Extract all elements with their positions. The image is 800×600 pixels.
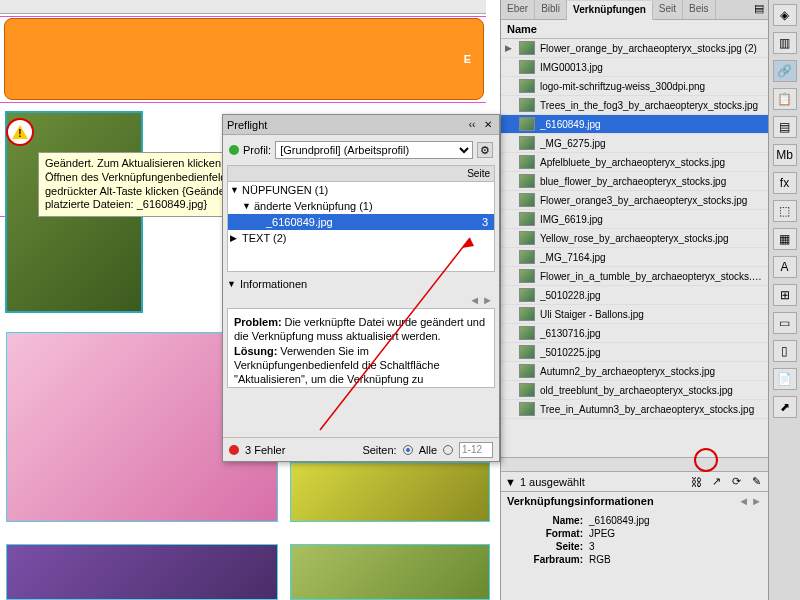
profile-gear-icon[interactable]: ⚙ bbox=[477, 142, 493, 158]
link-name: Flower_orange_by_archaeopteryx_stocks.jp… bbox=[540, 43, 764, 54]
info-key: Seite: bbox=[507, 541, 589, 552]
link-row[interactable]: IMG_6619.jpg bbox=[501, 210, 768, 229]
link-row[interactable]: Flower_orange3_by_archaeopteryx_stocks.j… bbox=[501, 191, 768, 210]
link-name: old_treeblunt_by_archaeopteryx_stocks.jp… bbox=[540, 385, 764, 396]
link-row[interactable]: Tree_in_Autumn3_by_archaeopteryx_stocks.… bbox=[501, 400, 768, 419]
edit-original-icon[interactable]: ✎ bbox=[748, 475, 764, 489]
profile-select[interactable]: [Grundprofil] (Arbeitsprofil) bbox=[275, 141, 473, 159]
toolbar-button[interactable]: 📄 bbox=[773, 368, 797, 390]
minimize-icon[interactable]: ‹‹ bbox=[465, 118, 479, 132]
links-col-name[interactable]: Name bbox=[501, 20, 768, 39]
link-thumbnail bbox=[519, 269, 535, 283]
link-name: _MG_6275.jpg bbox=[540, 138, 764, 149]
toolbar-button[interactable]: Mb bbox=[773, 144, 797, 166]
ruler-horizontal bbox=[0, 0, 486, 14]
preflight-titlebar[interactable]: Preflight ‹‹ ✕ bbox=[223, 115, 499, 135]
link-row[interactable]: old_treeblunt_by_archaeopteryx_stocks.jp… bbox=[501, 381, 768, 400]
disclosure-icon[interactable]: ▶ bbox=[505, 43, 514, 53]
info-value: _6160849.jpg bbox=[589, 515, 650, 526]
links-h-scrollbar[interactable] bbox=[501, 457, 768, 471]
tab-samples[interactable]: Beis bbox=[683, 0, 715, 19]
link-row[interactable]: _5010225.jpg bbox=[501, 343, 768, 362]
prev-icon[interactable]: ◄ bbox=[469, 294, 480, 306]
pages-all-radio[interactable] bbox=[403, 445, 413, 455]
tree-node[interactable]: ▼änderte Verknüpfung (1) bbox=[228, 198, 494, 214]
link-row[interactable]: blue_flower_by_archaeopteryx_stocks.jpg bbox=[501, 172, 768, 191]
image-frame[interactable] bbox=[290, 544, 490, 600]
link-row[interactable]: logo-mit-schriftzug-weiss_300dpi.png bbox=[501, 77, 768, 96]
toolbar-button[interactable]: 🔗 bbox=[773, 60, 797, 82]
prev-link-icon[interactable]: ◄ bbox=[738, 495, 749, 507]
image-frame[interactable] bbox=[6, 544, 278, 600]
tab-links[interactable]: Verknüpfungen bbox=[567, 1, 653, 20]
link-thumbnail bbox=[519, 79, 535, 93]
panel-tabs: Eber Bibli Verknüpfungen Seit Beis ▤ bbox=[501, 0, 768, 20]
link-thumbnail bbox=[519, 155, 535, 169]
link-name: Apfelbluete_by_archaeopteryx_stocks.jpg bbox=[540, 157, 764, 168]
link-row[interactable]: Autumn2_by_archaeopteryx_stocks.jpg bbox=[501, 362, 768, 381]
link-row[interactable]: ▶Flower_orange_by_archaeopteryx_stocks.j… bbox=[501, 39, 768, 58]
tab-pages[interactable]: Seit bbox=[653, 0, 683, 19]
toolbar-button[interactable]: fx bbox=[773, 172, 797, 194]
link-row[interactable]: _MG_6275.jpg bbox=[501, 134, 768, 153]
link-row[interactable]: Trees_in_the_fog3_by_archaeopteryx_stock… bbox=[501, 96, 768, 115]
links-list[interactable]: ▶Flower_orange_by_archaeopteryx_stocks.j… bbox=[501, 39, 768, 457]
error-tree[interactable]: ▼NÜPFUNGEN (1) ▼änderte Verknüpfung (1) … bbox=[227, 182, 495, 272]
tab-layers[interactable]: Eber bbox=[501, 0, 535, 19]
info-value: 3 bbox=[589, 541, 595, 552]
link-name: IMG00013.jpg bbox=[540, 62, 764, 73]
tree-node[interactable]: ▶TEXT (2) bbox=[228, 230, 494, 246]
next-link-icon[interactable]: ► bbox=[751, 495, 762, 507]
disclosure-icon[interactable]: ▼ bbox=[505, 476, 516, 488]
disclosure-icon[interactable]: ▼ bbox=[227, 279, 236, 289]
link-row[interactable]: _MG_7164.jpg bbox=[501, 248, 768, 267]
link-thumbnail bbox=[519, 231, 535, 245]
link-row[interactable]: Apfelbluete_by_archaeopteryx_stocks.jpg bbox=[501, 153, 768, 172]
link-thumbnail bbox=[519, 41, 535, 55]
toolbar-button[interactable]: ▯ bbox=[773, 340, 797, 362]
link-row[interactable]: Flower_in_a_tumble_by_archaeopteryx_stoc… bbox=[501, 267, 768, 286]
link-row[interactable]: Yellow_rose_by_archaeopteryx_stocks.jpg bbox=[501, 229, 768, 248]
guide[interactable] bbox=[0, 102, 486, 103]
selection-count: 1 ausgewählt bbox=[520, 476, 585, 488]
link-thumbnail bbox=[519, 326, 535, 340]
link-name: Flower_in_a_tumble_by_archaeopteryx_stoc… bbox=[540, 271, 764, 282]
link-row[interactable]: Uli Staiger - Ballons.jpg bbox=[501, 305, 768, 324]
link-row[interactable]: IMG00013.jpg bbox=[501, 58, 768, 77]
pages-range-radio[interactable] bbox=[443, 445, 453, 455]
toolbar-button[interactable]: ▦ bbox=[773, 228, 797, 250]
toolbar-button[interactable]: ▤ bbox=[773, 116, 797, 138]
relink-icon[interactable]: ⛓ bbox=[688, 475, 704, 489]
close-icon[interactable]: ✕ bbox=[481, 118, 495, 132]
info-key: Farbraum: bbox=[507, 554, 589, 565]
headline-frame[interactable]: E bbox=[4, 18, 484, 100]
toolbar-button[interactable]: A bbox=[773, 256, 797, 278]
pages-range-input[interactable] bbox=[459, 442, 493, 458]
preflight-panel: Preflight ‹‹ ✕ Profil: [Grundprofil] (Ar… bbox=[222, 114, 500, 462]
toolbar-button[interactable]: ⬈ bbox=[773, 396, 797, 418]
link-row[interactable]: _5010228.jpg bbox=[501, 286, 768, 305]
link-thumbnail bbox=[519, 288, 535, 302]
update-link-icon[interactable]: ⟳ bbox=[728, 475, 744, 489]
goto-link-icon[interactable]: ↗ bbox=[708, 475, 724, 489]
image-frame[interactable] bbox=[290, 462, 490, 522]
tab-library[interactable]: Bibli bbox=[535, 0, 567, 19]
link-row[interactable]: _6160849.jpg bbox=[501, 115, 768, 134]
toolbar-button[interactable]: 📋 bbox=[773, 88, 797, 110]
panel-menu-icon[interactable]: ▤ bbox=[750, 0, 768, 19]
toolbar-button[interactable]: ⬚ bbox=[773, 200, 797, 222]
toolbar-button[interactable]: ◈ bbox=[773, 4, 797, 26]
tree-leaf-selected[interactable]: _6160849.jpg3 bbox=[228, 214, 494, 230]
toolbar-button[interactable]: ▥ bbox=[773, 32, 797, 54]
next-icon[interactable]: ► bbox=[482, 294, 493, 306]
link-thumbnail bbox=[519, 136, 535, 150]
link-name: Trees_in_the_fog3_by_archaeopteryx_stock… bbox=[540, 100, 764, 111]
guide[interactable] bbox=[0, 16, 486, 17]
tree-node[interactable]: ▼NÜPFUNGEN (1) bbox=[228, 182, 494, 198]
info-key: Format: bbox=[507, 528, 589, 539]
toolbar-button[interactable]: ⊞ bbox=[773, 284, 797, 306]
links-statusbar: ▼ 1 ausgewählt ⛓ ↗ ⟳ ✎ bbox=[501, 471, 768, 491]
link-row[interactable]: _6130716.jpg bbox=[501, 324, 768, 343]
modified-link-warning-icon[interactable] bbox=[6, 118, 34, 146]
toolbar-button[interactable]: ▭ bbox=[773, 312, 797, 334]
